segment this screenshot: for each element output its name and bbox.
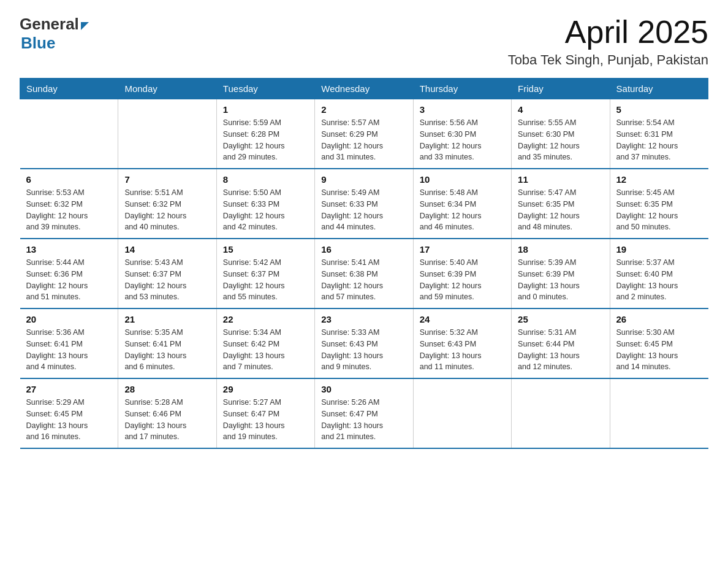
day-info: Sunrise: 5:32 AM Sunset: 6:43 PM Dayligh… [420,327,505,373]
day-info: Sunrise: 5:30 AM Sunset: 6:45 PM Dayligh… [616,327,702,373]
day-info: Sunrise: 5:35 AM Sunset: 6:41 PM Dayligh… [124,327,210,373]
calendar-cell: 25Sunrise: 5:31 AM Sunset: 6:44 PM Dayli… [512,308,610,378]
day-number: 2 [321,104,406,115]
calendar-cell [413,378,511,448]
day-info: Sunrise: 5:55 AM Sunset: 6:30 PM Dayligh… [518,117,603,163]
calendar-cell [118,99,216,169]
day-number: 23 [321,314,406,324]
day-info: Sunrise: 5:56 AM Sunset: 6:30 PM Dayligh… [420,117,505,163]
day-info: Sunrise: 5:34 AM Sunset: 6:42 PM Dayligh… [223,327,308,373]
day-info: Sunrise: 5:54 AM Sunset: 6:31 PM Dayligh… [616,117,702,163]
day-info: Sunrise: 5:29 AM Sunset: 6:45 PM Dayligh… [26,397,112,443]
day-number: 28 [124,384,210,394]
day-info: Sunrise: 5:33 AM Sunset: 6:43 PM Dayligh… [321,327,406,373]
calendar-week-row: 27Sunrise: 5:29 AM Sunset: 6:45 PM Dayli… [20,378,708,448]
day-number: 10 [420,174,505,185]
title-section: April 2025 Toba Tek Singh, Punjab, Pakis… [508,15,708,68]
day-number: 24 [420,314,505,324]
calendar-cell: 15Sunrise: 5:42 AM Sunset: 6:37 PM Dayli… [216,239,314,308]
day-number: 1 [223,104,308,115]
calendar-cell: 21Sunrise: 5:35 AM Sunset: 6:41 PM Dayli… [118,308,216,378]
calendar-cell: 11Sunrise: 5:47 AM Sunset: 6:35 PM Dayli… [512,169,610,239]
day-number: 29 [223,384,308,394]
day-info: Sunrise: 5:28 AM Sunset: 6:46 PM Dayligh… [124,397,210,443]
calendar-cell: 23Sunrise: 5:33 AM Sunset: 6:43 PM Dayli… [315,308,413,378]
day-info: Sunrise: 5:59 AM Sunset: 6:28 PM Dayligh… [223,117,308,163]
day-number: 30 [321,384,406,394]
day-number: 25 [518,314,603,324]
day-info: Sunrise: 5:51 AM Sunset: 6:32 PM Dayligh… [124,187,210,233]
calendar-cell: 24Sunrise: 5:32 AM Sunset: 6:43 PM Dayli… [413,308,511,378]
calendar-header-row: SundayMondayTuesdayWednesdayThursdayFrid… [20,79,708,99]
calendar-cell: 4Sunrise: 5:55 AM Sunset: 6:30 PM Daylig… [512,99,610,169]
column-header-tuesday: Tuesday [216,79,314,99]
calendar-cell: 6Sunrise: 5:53 AM Sunset: 6:32 PM Daylig… [20,169,118,239]
calendar-cell: 29Sunrise: 5:27 AM Sunset: 6:47 PM Dayli… [216,378,314,448]
calendar-cell: 3Sunrise: 5:56 AM Sunset: 6:30 PM Daylig… [413,99,511,169]
calendar-cell: 26Sunrise: 5:30 AM Sunset: 6:45 PM Dayli… [610,308,708,378]
day-info: Sunrise: 5:53 AM Sunset: 6:32 PM Dayligh… [26,187,112,233]
calendar-cell: 14Sunrise: 5:43 AM Sunset: 6:37 PM Dayli… [118,239,216,308]
calendar-cell: 30Sunrise: 5:26 AM Sunset: 6:47 PM Dayli… [315,378,413,448]
day-number: 6 [26,174,112,185]
calendar-cell: 19Sunrise: 5:37 AM Sunset: 6:40 PM Dayli… [610,239,708,308]
day-number: 22 [223,314,308,324]
day-info: Sunrise: 5:44 AM Sunset: 6:36 PM Dayligh… [26,257,112,303]
day-number: 8 [223,174,308,185]
column-header-thursday: Thursday [413,79,511,99]
calendar-cell: 13Sunrise: 5:44 AM Sunset: 6:36 PM Dayli… [20,239,118,308]
day-info: Sunrise: 5:37 AM Sunset: 6:40 PM Dayligh… [616,257,702,303]
column-header-wednesday: Wednesday [315,79,413,99]
calendar-cell [512,378,610,448]
day-info: Sunrise: 5:41 AM Sunset: 6:38 PM Dayligh… [321,257,406,303]
calendar-cell: 12Sunrise: 5:45 AM Sunset: 6:35 PM Dayli… [610,169,708,239]
day-number: 3 [420,104,505,115]
calendar-week-row: 20Sunrise: 5:36 AM Sunset: 6:41 PM Dayli… [20,308,708,378]
day-info: Sunrise: 5:45 AM Sunset: 6:35 PM Dayligh… [616,187,702,233]
location-title: Toba Tek Singh, Punjab, Pakistan [508,52,708,68]
calendar-cell: 18Sunrise: 5:39 AM Sunset: 6:39 PM Dayli… [512,239,610,308]
column-header-friday: Friday [512,79,610,99]
day-number: 21 [124,314,210,324]
day-number: 26 [616,314,702,324]
day-info: Sunrise: 5:49 AM Sunset: 6:33 PM Dayligh… [321,187,406,233]
day-number: 4 [518,104,603,115]
day-info: Sunrise: 5:26 AM Sunset: 6:47 PM Dayligh… [321,397,406,443]
day-number: 27 [26,384,112,394]
day-number: 12 [616,174,702,185]
logo: General Blue [20,15,89,53]
calendar-cell: 22Sunrise: 5:34 AM Sunset: 6:42 PM Dayli… [216,308,314,378]
calendar-cell [20,99,118,169]
day-number: 18 [518,244,603,255]
day-number: 15 [223,244,308,255]
calendar-cell: 20Sunrise: 5:36 AM Sunset: 6:41 PM Dayli… [20,308,118,378]
calendar-cell: 8Sunrise: 5:50 AM Sunset: 6:33 PM Daylig… [216,169,314,239]
calendar-week-row: 13Sunrise: 5:44 AM Sunset: 6:36 PM Dayli… [20,239,708,308]
day-info: Sunrise: 5:48 AM Sunset: 6:34 PM Dayligh… [420,187,505,233]
day-number: 11 [518,174,603,185]
calendar-cell: 27Sunrise: 5:29 AM Sunset: 6:45 PM Dayli… [20,378,118,448]
calendar-cell: 1Sunrise: 5:59 AM Sunset: 6:28 PM Daylig… [216,99,314,169]
day-info: Sunrise: 5:27 AM Sunset: 6:47 PM Dayligh… [223,397,308,443]
calendar-week-row: 6Sunrise: 5:53 AM Sunset: 6:32 PM Daylig… [20,169,708,239]
logo-general-text: General [20,15,79,34]
calendar-cell: 7Sunrise: 5:51 AM Sunset: 6:32 PM Daylig… [118,169,216,239]
month-title: April 2025 [508,15,708,50]
day-number: 7 [124,174,210,185]
calendar-week-row: 1Sunrise: 5:59 AM Sunset: 6:28 PM Daylig… [20,99,708,169]
day-number: 13 [26,244,112,255]
column-header-monday: Monday [118,79,216,99]
day-number: 14 [124,244,210,255]
day-info: Sunrise: 5:50 AM Sunset: 6:33 PM Dayligh… [223,187,308,233]
day-info: Sunrise: 5:47 AM Sunset: 6:35 PM Dayligh… [518,187,603,233]
day-number: 20 [26,314,112,324]
page-header: General Blue April 2025 Toba Tek Singh, … [20,15,708,68]
day-number: 17 [420,244,505,255]
day-info: Sunrise: 5:36 AM Sunset: 6:41 PM Dayligh… [26,327,112,373]
calendar-table: SundayMondayTuesdayWednesdayThursdayFrid… [20,78,708,449]
calendar-cell: 17Sunrise: 5:40 AM Sunset: 6:39 PM Dayli… [413,239,511,308]
calendar-cell: 10Sunrise: 5:48 AM Sunset: 6:34 PM Dayli… [413,169,511,239]
calendar-cell: 16Sunrise: 5:41 AM Sunset: 6:38 PM Dayli… [315,239,413,308]
day-number: 9 [321,174,406,185]
day-info: Sunrise: 5:39 AM Sunset: 6:39 PM Dayligh… [518,257,603,303]
